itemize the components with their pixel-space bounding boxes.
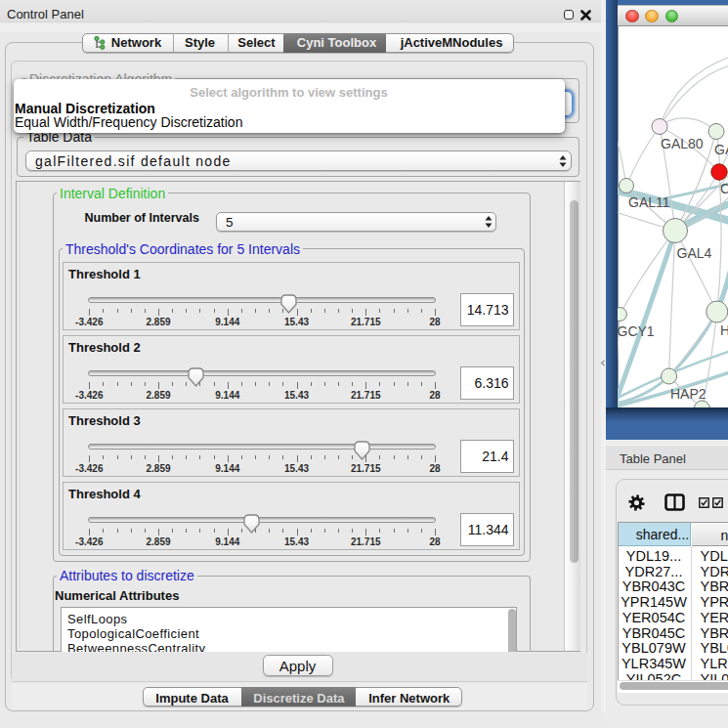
svg-text:H: H [720, 322, 728, 338]
svg-text:GA: GA [714, 142, 728, 157]
svg-text:GAL4: GAL4 [677, 245, 712, 261]
svg-text:GAL11: GAL11 [628, 194, 670, 210]
svg-text:C: C [720, 181, 728, 196]
svg-text:HAP2: HAP2 [670, 386, 707, 402]
svg-text:GCY1: GCY1 [618, 323, 655, 339]
svg-text:GAL80: GAL80 [661, 136, 704, 151]
